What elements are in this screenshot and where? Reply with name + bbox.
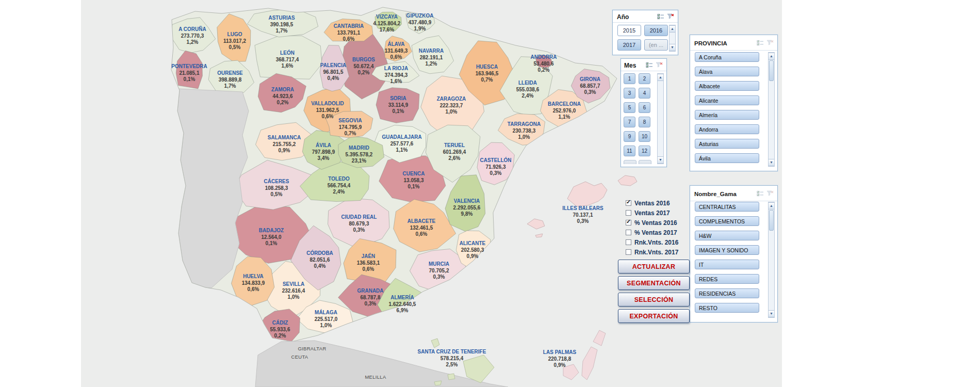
- provincia-item-asturias[interactable]: Asturias: [695, 139, 759, 149]
- mes-item-5[interactable]: 5: [624, 102, 635, 113]
- scroll-up-icon[interactable]: ▲: [769, 53, 774, 60]
- scroll-down-icon[interactable]: ▼: [769, 310, 774, 317]
- metric-label: Rnk.Vnts. 2016: [634, 239, 678, 246]
- slicer-mes-title: Mes: [624, 62, 636, 69]
- mes-item-12[interactable]: 12: [639, 146, 650, 156]
- gama-item-redes[interactable]: REDES: [695, 274, 759, 284]
- filter-provincia: PROVINCIA A CoruñaÁlavaAlbaceteAlicanteA…: [690, 35, 778, 171]
- provincia-item-almeria[interactable]: Almería: [695, 110, 759, 120]
- checkbox-rnk-vnts-2016[interactable]: [626, 239, 631, 245]
- filter-provincia-scrollbar[interactable]: ▲ ▼: [768, 52, 775, 167]
- slicer-mes-items: 123456789101112: [624, 73, 654, 164]
- gama-item-it[interactable]: IT: [695, 260, 759, 269]
- multiselect-icon[interactable]: [757, 190, 764, 197]
- metric-row-rnk-vnts-2016: Rnk.Vnts. 2016: [626, 237, 678, 247]
- clear-filter-icon[interactable]: [766, 190, 774, 197]
- clear-filter-icon[interactable]: [656, 62, 663, 69]
- ano-item-2017[interactable]: 2017: [617, 39, 641, 51]
- checkbox-ventas-2016[interactable]: ✓: [626, 220, 631, 225]
- multiselect-icon[interactable]: [757, 40, 764, 46]
- gama-item-imagen-y-sonido[interactable]: IMAGEN Y SONIDO: [695, 245, 759, 255]
- gama-item-residencias[interactable]: RESIDENCIAS: [695, 288, 759, 298]
- filter-provincia-title: PROVINCIA: [694, 40, 727, 46]
- gama-item-complementos[interactable]: COMPLEMENTOS: [695, 216, 759, 226]
- multiselect-icon[interactable]: [657, 13, 665, 20]
- mes-item-3[interactable]: 3: [624, 88, 635, 99]
- checkbox-ventas-2017[interactable]: [626, 210, 631, 216]
- checkbox-ventas-2016[interactable]: ✓: [626, 200, 631, 206]
- checkbox-rnk-vnts-2017[interactable]: [626, 249, 631, 255]
- provincia-item-avila[interactable]: Ávila: [695, 153, 759, 163]
- metric-row-ventas-2017: Ventas 2017: [626, 208, 678, 218]
- scroll-up-icon[interactable]: ▲: [658, 74, 663, 81]
- ano-item-2016[interactable]: 2016: [644, 25, 668, 36]
- scroll-down-icon[interactable]: ▼: [769, 159, 774, 166]
- filter-nombre-gama-scrollbar[interactable]: ▲ ▼: [768, 202, 775, 318]
- filter-nombre-gama-title: Nombre_Gama: [694, 191, 737, 197]
- filter-provincia-header: PROVINCIA: [690, 35, 777, 51]
- slicer-ano-items: 201520162017(en ...: [617, 25, 668, 51]
- clear-filter-icon[interactable]: [667, 13, 675, 20]
- clear-filter-icon[interactable]: [766, 40, 774, 46]
- slicer-mes-scrollbar[interactable]: ▲ ▼: [657, 73, 664, 164]
- ano-item-2015[interactable]: 2015: [617, 25, 641, 36]
- metric-row-ventas-2016: ✓Ventas 2016: [626, 198, 678, 208]
- metric-row-ventas-2016: ✓% Ventas 2016: [626, 218, 678, 228]
- filter-nombre-gama-items: CENTRALITASCOMPLEMENTOSH&WIMAGEN Y SONID…: [695, 202, 759, 313]
- actualizar-button[interactable]: ACTUALIZAR: [618, 260, 690, 273]
- slicer-mes: Mes 123456789101112 ▲ ▼: [620, 58, 667, 167]
- filter-nombre-gama-header: Nombre_Gama: [690, 186, 777, 201]
- mes-item-8[interactable]: 8: [639, 117, 650, 127]
- scroll-down-icon[interactable]: ▼: [669, 44, 675, 51]
- checkbox-ventas-2017[interactable]: [626, 230, 631, 235]
- provincia-item-a-coruna[interactable]: A Coruña: [695, 52, 759, 62]
- metric-label: % Ventas 2017: [634, 229, 677, 236]
- map-background: [81, 0, 782, 387]
- slicer-ano: Año 201520162017(en ... ▲ ▼: [612, 10, 678, 55]
- seleccion-button[interactable]: SELECCIÓN: [618, 293, 690, 307]
- gama-item-centralitas[interactable]: CENTRALITAS: [695, 202, 759, 212]
- check-icon: ✓: [626, 218, 631, 225]
- metric-label: Ventas 2016: [634, 200, 670, 207]
- multiselect-icon[interactable]: [646, 62, 654, 69]
- mes-item-7[interactable]: 7: [624, 117, 635, 127]
- metric-label: Ventas 2017: [634, 209, 670, 217]
- slicer-ano-scrollbar[interactable]: ▲ ▼: [669, 25, 676, 52]
- mes-item-9[interactable]: 9: [624, 131, 635, 142]
- filter-provincia-items: A CoruñaÁlavaAlbaceteAlicanteAlmeríaAndo…: [695, 52, 759, 163]
- mes-item-2[interactable]: 2: [639, 73, 650, 84]
- exportacion-button[interactable]: EXPORTACIÓN: [618, 309, 690, 323]
- gama-item-resto[interactable]: RESTO: [695, 303, 759, 313]
- metric-row-rnk-vnts-2017: Rnk.Vnts. 2017: [626, 247, 678, 257]
- provincia-item-albacete[interactable]: Albacete: [695, 81, 759, 91]
- metric-label: % Ventas 2016: [634, 219, 677, 227]
- mes-item-partial[interactable]: [639, 160, 651, 164]
- scroll-up-icon[interactable]: ▲: [769, 202, 774, 209]
- slicer-ano-header: Año: [613, 10, 678, 23]
- mes-item-4[interactable]: 4: [639, 88, 650, 99]
- metric-label: Rnk.Vnts. 2017: [634, 249, 678, 256]
- provincia-item-alava[interactable]: Álava: [695, 67, 759, 76]
- mes-item-10[interactable]: 10: [639, 131, 650, 142]
- mes-item-partial[interactable]: [624, 160, 636, 164]
- check-icon: ✓: [626, 199, 631, 205]
- provincia-item-andorra[interactable]: Andorra: [695, 124, 759, 134]
- gama-item-h-w[interactable]: H&W: [695, 231, 759, 240]
- scrollbar-thumb[interactable]: [769, 210, 774, 231]
- mes-item-6[interactable]: 6: [639, 102, 650, 113]
- metric-row-ventas-2017: % Ventas 2017: [626, 228, 678, 237]
- ano-item-en[interactable]: (en ...: [644, 39, 668, 51]
- metric-checkbox-group: ✓Ventas 2016Ventas 2017✓% Ventas 2016% V…: [626, 198, 678, 257]
- dashboard: A CORUÑA273.770,31,2%LUGO113.017,20,5%AS…: [0, 0, 980, 387]
- mes-item-11[interactable]: 11: [624, 146, 635, 156]
- scroll-up-icon[interactable]: ▲: [669, 25, 675, 33]
- scroll-down-icon[interactable]: ▼: [658, 156, 663, 164]
- scrollbar-thumb[interactable]: [769, 60, 774, 81]
- filter-nombre-gama: Nombre_Gama CENTRALITASCOMPLEMENTOSH&WIM…: [690, 185, 778, 322]
- mes-item-1[interactable]: 1: [624, 73, 635, 84]
- provincia-item-alicante[interactable]: Alicante: [695, 95, 759, 105]
- slicer-mes-header: Mes: [621, 59, 666, 71]
- segmentacion-button[interactable]: SEGMENTACIÓN: [618, 276, 690, 290]
- slicer-ano-title: Año: [617, 13, 629, 21]
